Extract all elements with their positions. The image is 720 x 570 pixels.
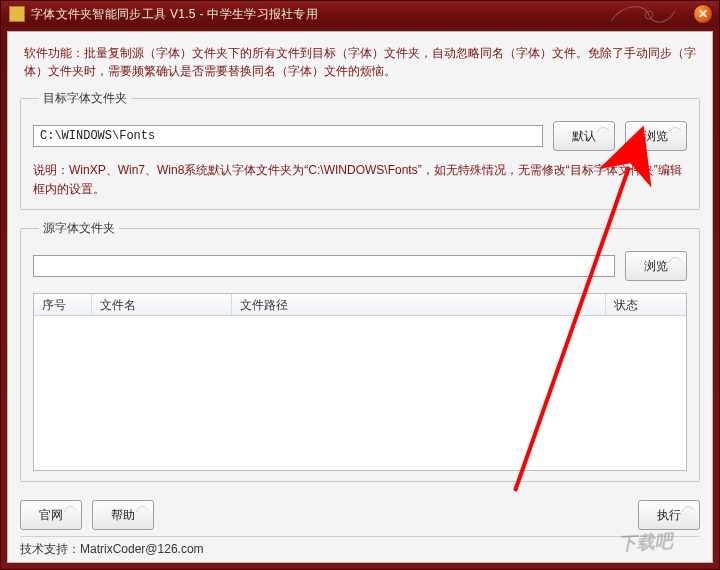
button-ornament-icon <box>668 255 682 265</box>
button-ornament-icon <box>63 504 77 514</box>
close-icon: ✕ <box>698 7 708 21</box>
source-path-input[interactable] <box>33 255 615 277</box>
source-browse-button[interactable]: 浏览 <box>625 251 687 281</box>
help-button-label: 帮助 <box>111 508 135 522</box>
target-browse-button[interactable]: 浏览 <box>625 121 687 151</box>
default-button[interactable]: 默认 <box>553 121 615 151</box>
source-folder-group: 源字体文件夹 浏览 序号 文件名 文件路径 状态 <box>20 220 700 482</box>
description-text: 软件功能：批量复制源（字体）文件夹下的所有文件到目标（字体）文件夹，自动忽略同名… <box>24 44 696 80</box>
default-button-label: 默认 <box>572 129 596 143</box>
target-folder-group: 目标字体文件夹 默认 浏览 说明：WinXP、Win7、Win8系统默认字体文件… <box>20 90 700 210</box>
website-button[interactable]: 官网 <box>20 500 82 530</box>
target-browse-label: 浏览 <box>644 129 668 143</box>
button-ornament-icon <box>596 125 610 135</box>
title-bar[interactable]: 字体文件夹智能同步工具 V1.5 - 中学生学习报社专用 ✕ <box>1 1 719 27</box>
target-path-input[interactable] <box>33 125 543 147</box>
client-area: 软件功能：批量复制源（字体）文件夹下的所有文件到目标（字体）文件夹，自动忽略同名… <box>7 31 713 563</box>
app-window: 字体文件夹智能同步工具 V1.5 - 中学生学习报社专用 ✕ 软件功能：批量复制… <box>0 0 720 570</box>
window-title: 字体文件夹智能同步工具 V1.5 - 中学生学习报社专用 <box>31 6 318 23</box>
col-header-path[interactable]: 文件路径 <box>232 294 606 315</box>
file-list[interactable]: 序号 文件名 文件路径 状态 <box>33 293 687 471</box>
source-folder-legend: 源字体文件夹 <box>39 220 119 237</box>
col-header-index[interactable]: 序号 <box>34 294 92 315</box>
status-text: 技术支持：MatrixCoder@126.com <box>20 542 204 556</box>
target-folder-legend: 目标字体文件夹 <box>39 90 131 107</box>
execute-button[interactable]: 执行 <box>638 500 700 530</box>
folder-icon <box>9 6 25 22</box>
col-header-status[interactable]: 状态 <box>606 294 686 315</box>
button-ornament-icon <box>668 125 682 135</box>
help-button[interactable]: 帮助 <box>92 500 154 530</box>
button-ornament-icon <box>135 504 149 514</box>
col-header-name[interactable]: 文件名 <box>92 294 232 315</box>
status-bar: 技术支持：MatrixCoder@126.com <box>20 536 700 558</box>
titlebar-ornament <box>609 1 679 27</box>
button-ornament-icon <box>681 504 695 514</box>
list-header: 序号 文件名 文件路径 状态 <box>34 294 686 316</box>
close-button[interactable]: ✕ <box>693 4 713 24</box>
source-browse-label: 浏览 <box>644 259 668 273</box>
target-explain-text: 说明：WinXP、Win7、Win8系统默认字体文件夹为“C:\WINDOWS\… <box>33 161 687 199</box>
website-button-label: 官网 <box>39 508 63 522</box>
list-body <box>34 316 686 470</box>
execute-button-label: 执行 <box>657 508 681 522</box>
footer-buttons: 官网 帮助 执行 <box>20 492 700 536</box>
